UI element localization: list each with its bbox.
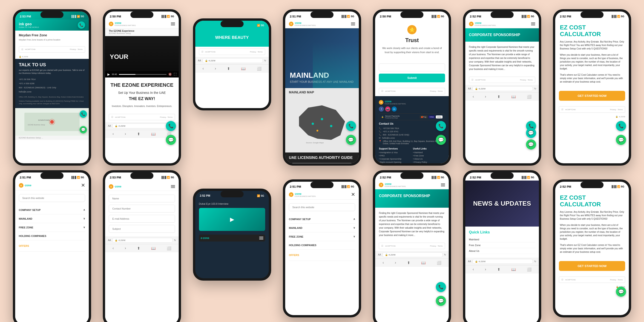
- holding-11[interactable]: HOLDING COMPANIES: [289, 244, 355, 246]
- phone-call-btn[interactable]: 📞: [78, 22, 85, 29]
- holding-label[interactable]: HOLDING COMPANIES: [19, 234, 85, 237]
- close-btn-11[interactable]: ✕: [351, 192, 355, 198]
- phone-1: 2:53 PM ▐▐▐ 📶 5G ink geo DUBAI TO THE WO…: [13, 9, 91, 166]
- forward-btn-2[interactable]: ›: [125, 132, 126, 136]
- email-field[interactable]: [109, 215, 175, 223]
- share-btn-2[interactable]: ⬆: [137, 132, 140, 136]
- instagram-icon[interactable]: 📷: [385, 106, 390, 112]
- url-bar-13[interactable]: 🔒e.zone: [472, 259, 533, 264]
- reload-icon-6[interactable]: ↻: [534, 88, 536, 90]
- company-setup-label[interactable]: COMPANY SETUP ∧: [19, 208, 85, 211]
- phone-btn-4[interactable]: 📞: [346, 121, 356, 131]
- volume-icon[interactable]: 🔇: [168, 73, 172, 76]
- close-menu-btn[interactable]: ✕: [81, 182, 85, 188]
- forward-btn-13[interactable]: ›: [485, 267, 486, 272]
- share-btn-9[interactable]: ⬆: [137, 246, 140, 250]
- forward-btn-6[interactable]: ›: [485, 94, 486, 99]
- phone-13-container: 2:52 PM ▐▐▐ 📶 5G NEWS & UPDATES Quick Li…: [459, 170, 545, 322]
- back-btn-9[interactable]: ‹: [112, 246, 114, 250]
- share-btn-3[interactable]: ⬆: [227, 66, 230, 71]
- mainland-label[interactable]: MAINLAND ∨: [19, 217, 85, 220]
- whatsapp-14[interactable]: 💬: [616, 286, 626, 297]
- url-bar-2[interactable]: 🔒e.zone: [112, 124, 173, 128]
- offers-11[interactable]: OFFERS: [289, 252, 355, 258]
- forward-btn-9[interactable]: ›: [125, 246, 126, 250]
- get-started-btn-14[interactable]: GET STARTED NOW: [559, 261, 625, 271]
- footer-phone3: 📞800 - EZONEUE (UAE Only): [379, 134, 445, 136]
- back-btn-3[interactable]: ‹: [203, 66, 204, 71]
- search-input-11[interactable]: [289, 203, 355, 211]
- name-field[interactable]: [109, 194, 175, 202]
- hamburger-6[interactable]: [531, 22, 535, 25]
- contact-list: +971 50 506 7814 +971 4 559 6298 800 - E…: [19, 77, 85, 94]
- reload-icon-9[interactable]: ↻: [174, 239, 176, 242]
- search-input[interactable]: [19, 194, 85, 202]
- forward-btn-3[interactable]: ›: [215, 66, 216, 71]
- hamburger-9[interactable]: [171, 185, 175, 188]
- facebook-icon[interactable]: f: [379, 106, 384, 112]
- share-btn-6[interactable]: ⬆: [497, 94, 500, 99]
- whatsapp-12[interactable]: 💬: [436, 296, 446, 306]
- subject-field[interactable]: [109, 225, 175, 233]
- reload-icon-12[interactable]: ↻: [444, 254, 446, 256]
- hamburger-4[interactable]: [351, 22, 355, 25]
- bookmarks-btn-9[interactable]: 📖: [151, 246, 156, 250]
- contact-number-field[interactable]: [109, 205, 175, 212]
- whatsapp-4[interactable]: 💬: [346, 135, 356, 145]
- phone-btn-map[interactable]: 📞: [80, 110, 87, 118]
- hamburger-2[interactable]: [171, 22, 175, 25]
- freezone-11[interactable]: FREE ZONE ∨: [289, 235, 355, 238]
- bookmarks-btn-2[interactable]: 📖: [151, 132, 156, 136]
- phone-btn-12[interactable]: 📞: [436, 282, 446, 292]
- get-started-btn[interactable]: GET STARTED NOW: [559, 91, 625, 101]
- forward-btn-12[interactable]: ›: [395, 260, 396, 265]
- play-icon-10[interactable]: ▶: [230, 216, 234, 223]
- offers-label[interactable]: OFFERS: [19, 243, 85, 249]
- reload-icon-13[interactable]: ↻: [534, 260, 536, 263]
- menu-offers-11: OFFERS: [289, 250, 355, 261]
- whatsapp-6b[interactable]: 💬: [526, 128, 536, 138]
- tabs-btn-12[interactable]: ⬜: [437, 260, 441, 265]
- submit-button[interactable]: Submit: [379, 74, 445, 82]
- back-btn-13[interactable]: ‹: [473, 267, 474, 272]
- url-bar-3[interactable]: 🔒e.zone: [202, 58, 263, 63]
- ezone-logo-8: e ·zone: [19, 183, 32, 188]
- whatsapp-2[interactable]: 💬: [166, 135, 176, 145]
- phone-btn-7[interactable]: 📞: [616, 121, 626, 131]
- quick-link-2[interactable]: Free Zone: [469, 242, 535, 248]
- tabs-btn-9[interactable]: ⬜: [167, 246, 171, 250]
- company-setup-11[interactable]: COMPANY SETUP ∧: [289, 218, 355, 220]
- bookmarks-btn-3[interactable]: 📖: [241, 66, 246, 71]
- tabs-btn-6[interactable]: ⬜: [527, 94, 532, 99]
- whatsapp-7[interactable]: 💬: [616, 135, 626, 145]
- back-btn-12[interactable]: ‹: [382, 260, 384, 265]
- play-icon[interactable]: ▶: [108, 72, 110, 76]
- reload-icon-3[interactable]: ↻: [264, 59, 266, 62]
- free-zone-label[interactable]: FREE ZONE ∨: [19, 226, 85, 229]
- quick-link-1[interactable]: Mainland: [469, 237, 535, 242]
- bookmarks-btn-12[interactable]: 📖: [421, 260, 426, 265]
- whatsapp-btn-map[interactable]: 💬: [80, 126, 87, 134]
- bookmarks-btn-6[interactable]: 📖: [511, 94, 516, 99]
- linkedin-icon[interactable]: in: [392, 106, 397, 112]
- submit-input-field[interactable]: [379, 64, 445, 71]
- fullscreen-icon[interactable]: ⛶: [174, 73, 176, 76]
- phone-6: 2:52 PM ▐▐▐ 📶 5G e ·zone YOUR BUSINESS M…: [463, 9, 541, 166]
- share-btn-13[interactable]: ⬆: [497, 267, 500, 272]
- back-btn-6[interactable]: ‹: [473, 94, 474, 99]
- tabs-btn-3[interactable]: ⬜: [257, 66, 262, 71]
- tabs-btn-13[interactable]: ⬜: [527, 267, 532, 272]
- url-bar-6[interactable]: 🔒e.zone: [472, 86, 533, 91]
- url-bar-12[interactable]: 🔒e.zone: [382, 252, 443, 257]
- quick-links: Quick Links Mainland Free Zone About Us: [465, 226, 539, 258]
- bookmarks-btn-13[interactable]: 📖: [511, 267, 516, 272]
- url-bar-9[interactable]: 🔒e.zone: [112, 238, 173, 243]
- whatsapp-6[interactable]: 💬: [526, 140, 536, 150]
- hamburger-12[interactable]: [441, 184, 445, 186]
- phone-btn-2[interactable]: 📞: [166, 121, 176, 131]
- back-btn-2[interactable]: ‹: [112, 132, 114, 136]
- mainland-11[interactable]: MAINLAND ∨: [289, 226, 355, 229]
- share-btn-12[interactable]: ⬆: [407, 260, 410, 265]
- quick-link-3[interactable]: About Us: [469, 248, 535, 254]
- hamburger-10[interactable]: [259, 237, 263, 240]
